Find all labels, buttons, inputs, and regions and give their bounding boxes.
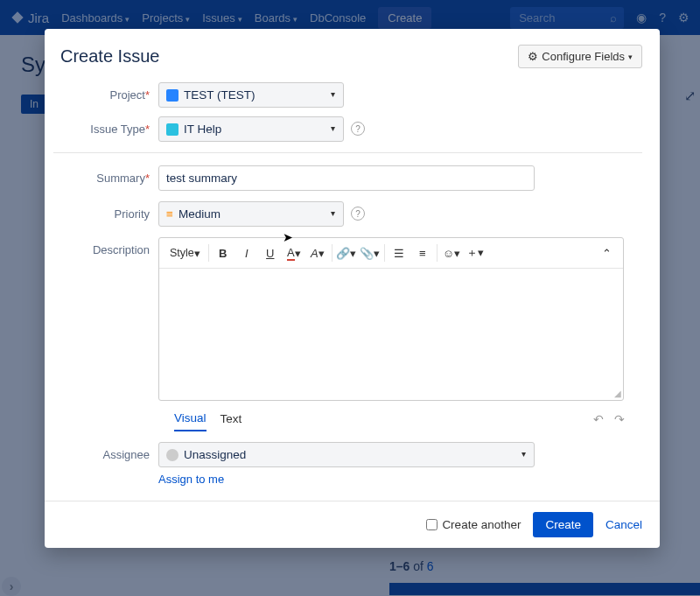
label-issue-type: Issue Type* bbox=[53, 116, 158, 136]
assign-to-me-link[interactable]: Assign to me bbox=[158, 473, 224, 486]
label-project: Project* bbox=[53, 82, 158, 102]
resize-handle-icon[interactable]: ◢ bbox=[614, 389, 621, 398]
editor-mode-tabs: Visual Text ↶ ↷ bbox=[158, 401, 642, 431]
cancel-button[interactable]: Cancel bbox=[606, 518, 642, 531]
undo-icon[interactable]: ↶ bbox=[593, 412, 604, 426]
tb-underline-icon[interactable]: U bbox=[259, 242, 282, 264]
project-icon bbox=[166, 89, 178, 102]
priority-select[interactable]: ≡ Medium bbox=[158, 201, 344, 227]
tb-textcolor-icon[interactable]: A ▾ bbox=[283, 242, 305, 264]
tb-ul-icon[interactable]: ☰ bbox=[388, 242, 410, 264]
description-textarea[interactable]: ◢ bbox=[159, 269, 623, 400]
label-summary: Summary* bbox=[53, 165, 158, 185]
issue-type-help-icon[interactable]: ? bbox=[351, 122, 365, 136]
create-issue-modal: Create Issue ⚙ Configure Fields Project*… bbox=[45, 29, 660, 548]
modal-overlay: Create Issue ⚙ Configure Fields Project*… bbox=[0, 0, 700, 596]
tb-bold-icon[interactable]: B bbox=[212, 242, 234, 264]
tb-collapse-icon[interactable]: ⌃ bbox=[595, 242, 618, 264]
issue-type-icon bbox=[166, 123, 178, 136]
tb-emoji-icon[interactable]: ☺▾ bbox=[440, 242, 463, 264]
create-another-checkbox[interactable]: Create another bbox=[426, 518, 521, 531]
editor-toolbar: Style ▾ B I U A ▾ A▾ 🔗▾ 📎▾ ☰ bbox=[159, 238, 623, 269]
create-another-input[interactable] bbox=[426, 519, 438, 530]
modal-title: Create Issue bbox=[60, 46, 159, 67]
project-select[interactable]: TEST (TEST) bbox=[158, 82, 344, 108]
label-description: Description bbox=[53, 237, 158, 256]
tb-clearformat-icon[interactable]: A▾ bbox=[306, 242, 329, 264]
priority-medium-icon: ≡ bbox=[166, 207, 173, 221]
modal-header: Create Issue ⚙ Configure Fields bbox=[45, 29, 660, 81]
modal-body: Project* TEST (TEST) Issue Type* bbox=[45, 81, 660, 501]
redo-icon[interactable]: ↷ bbox=[614, 412, 625, 426]
issue-type-select[interactable]: IT Help bbox=[158, 116, 344, 142]
tb-link-icon[interactable]: 🔗▾ bbox=[335, 242, 358, 264]
unassigned-avatar-icon bbox=[166, 449, 178, 461]
description-editor: Style ▾ B I U A ▾ A▾ 🔗▾ 📎▾ ☰ bbox=[158, 237, 624, 401]
tab-text[interactable]: Text bbox=[220, 407, 242, 431]
label-priority: Priority bbox=[53, 201, 158, 221]
tab-visual[interactable]: Visual bbox=[174, 406, 206, 431]
label-assignee: Assignee bbox=[53, 442, 158, 461]
summary-input[interactable] bbox=[158, 165, 535, 191]
create-submit-button[interactable]: Create bbox=[533, 512, 593, 537]
tb-attach-icon[interactable]: 📎▾ bbox=[359, 242, 382, 264]
tb-style-dropdown[interactable]: Style ▾ bbox=[164, 242, 206, 264]
tb-ol-icon[interactable]: ≡ bbox=[411, 242, 434, 264]
tb-italic-icon[interactable]: I bbox=[235, 242, 258, 264]
tb-more-icon[interactable]: ＋▾ bbox=[464, 242, 486, 264]
gear-icon: ⚙ bbox=[528, 50, 538, 63]
priority-help-icon[interactable]: ? bbox=[351, 207, 365, 221]
configure-fields-button[interactable]: ⚙ Configure Fields bbox=[518, 45, 642, 68]
assignee-select[interactable]: Unassigned bbox=[158, 442, 535, 467]
modal-footer: Create another Create Cancel bbox=[45, 501, 660, 548]
